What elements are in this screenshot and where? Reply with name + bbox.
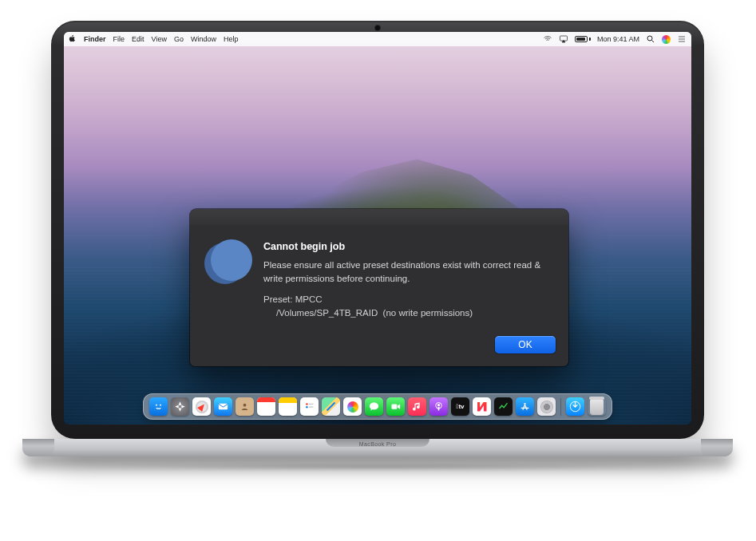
laptop-lid: Finder File Edit View Go Window Help <box>51 21 704 439</box>
svg-rect-2 <box>219 404 228 410</box>
dock-stocks[interactable] <box>494 397 513 416</box>
dock-messages[interactable] <box>365 397 383 416</box>
dialog-body: Cannot begin job Please ensure all activ… <box>190 225 568 326</box>
laptop-base: MacBook Pro <box>22 439 733 464</box>
svg-point-5 <box>306 406 308 409</box>
dialog-preset-path: /Volumes/SP_4TB_RAID <box>276 308 378 318</box>
menu-file[interactable]: File <box>113 35 125 43</box>
dialog-preset-block: Preset: MPCC /Volumes/SP_4TB_RAID (no wr… <box>263 293 552 319</box>
dialog-message: Please ensure all active preset destinat… <box>263 259 552 285</box>
svg-point-9 <box>437 404 440 406</box>
menu-app-name[interactable]: Finder <box>84 35 106 43</box>
dialog-title: Cannot begin job <box>263 239 552 254</box>
menu-bar-right: Mon 9:41 AM <box>543 34 687 44</box>
dock: 3 tv <box>143 393 612 420</box>
calendar-day: 3 <box>263 403 269 414</box>
trash-icon <box>590 399 604 415</box>
siri-icon[interactable] <box>662 35 671 44</box>
svg-rect-7 <box>309 407 314 408</box>
photos-flower-icon <box>347 401 358 413</box>
dock-music[interactable] <box>408 397 426 416</box>
menu-bar: Finder File Edit View Go Window Help <box>64 32 691 46</box>
svg-point-4 <box>306 403 308 405</box>
menu-window[interactable]: Window <box>191 35 216 43</box>
gear-icon <box>541 401 552 413</box>
dialog-footer: OK <box>190 326 568 366</box>
menu-bar-left: Finder File Edit View Go Window Help <box>69 34 238 44</box>
battery-icon[interactable] <box>575 36 591 42</box>
tv-label: tv <box>456 403 464 410</box>
svg-point-1 <box>647 36 652 41</box>
dock-container: 3 tv <box>64 393 691 420</box>
dock-maps[interactable] <box>322 397 340 416</box>
laptop-hardware: Finder File Edit View Go Window Help <box>51 21 704 464</box>
news-icon <box>477 402 487 412</box>
dock-notes[interactable] <box>279 397 297 416</box>
dock-photos[interactable] <box>343 397 362 416</box>
error-dialog: Cannot begin job Please ensure all activ… <box>190 209 568 366</box>
dock-mail[interactable] <box>214 397 232 416</box>
dock-calendar[interactable]: 3 <box>257 397 275 416</box>
laptop-model-label: MacBook Pro <box>22 441 733 447</box>
spotlight-icon[interactable] <box>646 34 655 44</box>
dock-finder[interactable] <box>149 397 168 416</box>
compass-icon <box>196 401 208 413</box>
notification-center-icon[interactable] <box>677 34 687 44</box>
wifi-icon[interactable] <box>543 34 552 44</box>
menu-edit[interactable]: Edit <box>132 35 144 43</box>
dock-news[interactable] <box>473 397 491 416</box>
apple-menu[interactable] <box>69 34 77 44</box>
dock-tv[interactable]: tv <box>451 397 469 416</box>
dock-trash[interactable] <box>588 397 606 416</box>
airplay-icon[interactable] <box>559 34 568 44</box>
laptop-base-top: MacBook Pro <box>22 439 733 456</box>
dialog-titlebar[interactable] <box>190 209 568 225</box>
dock-podcasts[interactable] <box>429 397 448 416</box>
dock-reminders[interactable] <box>300 397 319 416</box>
dock-launchpad[interactable] <box>171 397 189 416</box>
menu-help[interactable]: Help <box>224 35 239 43</box>
svg-point-3 <box>243 404 247 407</box>
dock-safari[interactable] <box>192 397 211 416</box>
dock-contacts[interactable] <box>236 397 254 416</box>
app-icon <box>204 239 251 286</box>
dialog-preset-note: (no write permissions) <box>383 308 473 318</box>
svg-rect-8 <box>392 404 398 409</box>
menu-go[interactable]: Go <box>174 35 184 43</box>
dock-downloads[interactable] <box>566 397 584 416</box>
dock-facetime[interactable] <box>386 397 405 416</box>
svg-rect-6 <box>309 404 314 405</box>
screen: Finder File Edit View Go Window Help <box>64 32 691 425</box>
dialog-preset-name: MPCC <box>295 294 323 304</box>
menu-clock[interactable]: Mon 9:41 AM <box>597 35 639 43</box>
dock-separator <box>560 398 561 416</box>
dialog-preset-label: Preset: <box>263 294 292 304</box>
dialog-text: Cannot begin job Please ensure all activ… <box>263 239 552 320</box>
dock-system-preferences[interactable] <box>537 397 556 416</box>
dock-app-store[interactable] <box>516 397 534 416</box>
apple-icon <box>69 34 77 42</box>
menu-view[interactable]: View <box>152 35 167 43</box>
laptop-shadow <box>70 464 685 469</box>
camera-dot <box>375 26 380 30</box>
ok-button[interactable]: OK <box>495 336 556 353</box>
